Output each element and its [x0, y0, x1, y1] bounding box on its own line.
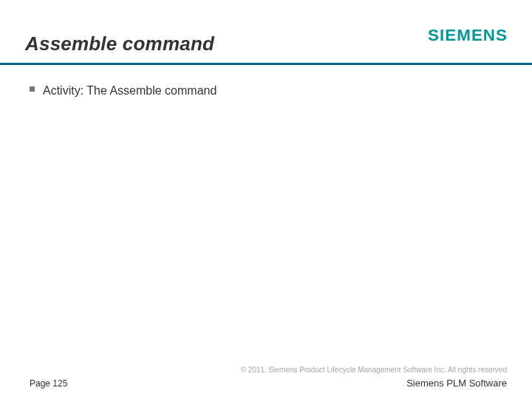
footer: © 2011. Siemens Product Lifecycle Manage… [0, 356, 532, 399]
list-item: Activity: The Assemble command [30, 81, 502, 100]
siemens-logo: SIEMENS [428, 26, 508, 45]
product-name: Siemens PLM Software [406, 378, 507, 389]
page-number: Page 125 [30, 378, 67, 389]
bullet-list: Activity: The Assemble command [30, 81, 502, 100]
copyright-text: © 2011. Siemens Product Lifecycle Manage… [241, 366, 507, 374]
slide-title: Assemble command [25, 33, 214, 55]
bullet-label: Activity: The Assemble command [43, 84, 216, 97]
header: Assemble command SIEMENS [0, 0, 532, 65]
slide-body: Activity: The Assemble command [30, 81, 502, 340]
slide: Assemble command SIEMENS Activity: The A… [0, 0, 532, 399]
